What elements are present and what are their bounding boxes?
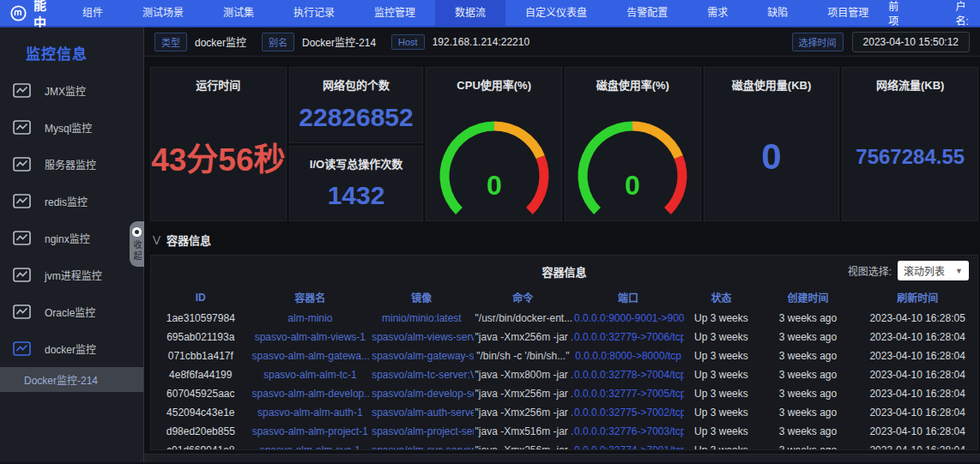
view-select-value: 滚动列表 xyxy=(904,263,945,278)
sidebar-item[interactable]: JMX监控 xyxy=(0,72,143,109)
cell-name: spasvo-alm-alm-develop... xyxy=(251,384,371,403)
column-header: 创建时间 xyxy=(759,286,858,309)
container-panel-title: 容器信息 xyxy=(541,266,586,279)
time-select-badge: 选择时间 xyxy=(792,33,844,51)
nav-item[interactable]: 需求 xyxy=(687,0,747,26)
cell-name: alm-minio xyxy=(251,309,371,328)
cell-refresh: 2023-04-10 16:28:04 xyxy=(857,328,977,346)
sidebar-item[interactable]: Oracle监控 xyxy=(0,293,143,330)
table-row: 071cbb1a417fspasvo-alm-alm-gatewa...spas… xyxy=(151,346,977,365)
cell-status: Up 3 weeks xyxy=(684,365,759,384)
cell-name: spasvo-alm-alm-project-1 xyxy=(251,422,371,441)
cell-created: 3 weeks ago xyxy=(759,384,858,403)
net-packets-title: 网络包的个数 xyxy=(290,68,423,93)
cell-name: spasvo-alm-alm-gatewa... xyxy=(251,346,371,365)
cell-cmd: "/usr/bin/docker-ent..." xyxy=(474,309,573,328)
host-value: 192.168.1.214:22210 xyxy=(433,36,529,48)
chart-icon xyxy=(13,268,31,282)
table-row: 1ae310597984alm-miniominio/minio:latest"… xyxy=(151,309,977,328)
type-badge: 类型 xyxy=(154,33,187,51)
sidebar-item-label: Oracle监控 xyxy=(45,304,95,319)
sidebar-item[interactable]: jvm进程监控 xyxy=(0,256,143,293)
alias-badge: 别名 xyxy=(262,33,294,51)
chart-icon xyxy=(13,231,31,245)
net-traffic-title: 网络流量(KB) xyxy=(843,68,977,93)
chart-icon xyxy=(13,120,31,135)
cell-port: 0.0.0.0:32778->7004/tcp xyxy=(572,365,684,384)
cell-id: d98ed20eb855 xyxy=(151,422,251,441)
sidebar-item[interactable]: 服务器监控 xyxy=(0,146,143,183)
sidebar-item-label: docker监控 xyxy=(45,341,96,356)
container-section-toggle[interactable]: ⋁ 容器信息 xyxy=(144,221,980,251)
cell-id: 452094c43e1e xyxy=(151,403,251,422)
view-select-label: 视图选择: xyxy=(848,263,892,278)
net-packets-card: 网络包的个数 22826852 xyxy=(289,67,424,143)
cell-name: spasvo-alm-alm-views-1 xyxy=(251,328,371,346)
sidebar-item-label: JMX监控 xyxy=(45,83,86,98)
time-picker-input[interactable]: 2023-04-10 15:50:12 xyxy=(852,32,970,52)
chart-icon xyxy=(13,341,31,356)
net-traffic-value: 7567284.55 xyxy=(856,145,965,169)
column-header: 端口 xyxy=(572,286,684,309)
cell-status: Up 3 weeks xyxy=(684,441,759,450)
sidebar: 监控信息 JMX监控 Mysql监控 服务器监控 redis监控 nginx监控 xyxy=(0,27,144,462)
sidebar-item[interactable]: docker监控 xyxy=(0,330,143,367)
nav-item[interactable]: 自定义仪表盘 xyxy=(505,0,607,26)
cell-port: 0.0.0.0:32775->7002/tcp xyxy=(572,403,684,422)
main-content: 类型 docker监控 别名 Docker监控-214 Host 192.168… xyxy=(144,27,980,462)
sidebar-item-label: nginx监控 xyxy=(45,231,90,245)
cell-status: Up 3 weeks xyxy=(684,328,759,346)
container-section-title: 容器信息 xyxy=(166,232,211,248)
cell-refresh: 2023-04-10 16:28:04 xyxy=(857,441,977,450)
table-row: 4e8f6fa44199spasvo-alm-alm-tc-1spasvo/al… xyxy=(151,365,977,384)
cell-created: 3 weeks ago xyxy=(759,309,858,328)
cell-port: 0.0.0.0:32774->7001/tcp xyxy=(572,441,684,450)
cpu-gauge-title: CPU使用率(%) xyxy=(426,68,561,93)
io-ops-value: 1432 xyxy=(328,181,385,210)
view-select-dropdown[interactable]: 滚动列表 ▼ xyxy=(898,261,969,280)
sidebar-item[interactable]: redis监控 xyxy=(0,183,143,220)
cpu-gauge-card: CPU使用率(%) 0 xyxy=(426,67,562,221)
nav-item[interactable]: 测试集 xyxy=(203,0,274,26)
cell-status: Up 3 weeks xyxy=(684,422,759,441)
collapse-label: 收起 xyxy=(130,240,143,262)
cell-status: Up 3 weeks xyxy=(684,403,759,422)
cell-name: spasvo-alm-alm-tc-1 xyxy=(251,365,371,384)
cell-img: spasvo/alm-project-serv... xyxy=(370,422,473,441)
chart-icon xyxy=(13,304,31,319)
nav-item[interactable]: 测试场景 xyxy=(123,0,203,26)
cell-name: spasvo-alm-alm-svc-1 xyxy=(251,441,371,450)
container-table-head-row: ID容器名镜像命令端口状态创建时间刷新时间 xyxy=(151,286,977,309)
cell-created: 3 weeks ago xyxy=(759,328,858,346)
chart-icon xyxy=(13,194,31,208)
nav-item[interactable]: 组件 xyxy=(63,0,123,26)
nav-item[interactable]: 数据流 xyxy=(435,0,505,26)
table-row: d98ed20eb855spasvo-alm-alm-project-1spas… xyxy=(151,422,977,441)
disk-usage-title: 磁盘使用量(KB) xyxy=(705,68,839,93)
cell-created: 3 weeks ago xyxy=(759,403,858,422)
uptime-card: 运行时间 43分56秒 xyxy=(150,67,287,221)
nav-item[interactable]: 缺陷 xyxy=(747,0,808,26)
top-navbar: 性能中心 组件测试场景测试集执行记录监控管理数据流自定义仪表盘告警配置需求缺陷项… xyxy=(0,0,980,27)
cell-cmd: "java -Xmx800m -jar ..." xyxy=(474,365,573,384)
cell-refresh: 2023-04-10 16:28:04 xyxy=(857,422,977,441)
brand-icon xyxy=(10,5,27,21)
nav-item[interactable]: 项目管理 xyxy=(808,0,888,26)
cell-cmd: "java -Xmx256m -jar ..." xyxy=(474,328,573,346)
sidebar-collapse-button[interactable]: 收起 xyxy=(130,221,144,267)
nav-item[interactable]: 执行记录 xyxy=(274,0,354,26)
bottom-scrollbar-track[interactable] xyxy=(144,454,980,462)
cell-id: 071cbb1a417f xyxy=(151,346,251,365)
cell-img: spasvo/alm-svc-server:V... xyxy=(370,441,473,450)
nav-item[interactable]: 告警配置 xyxy=(607,0,687,26)
cell-id: 4e8f6fa44199 xyxy=(151,365,251,384)
sidebar-subitem[interactable]: Docker监控-214 xyxy=(0,367,143,392)
sidebar-item[interactable]: nginx监控 xyxy=(0,220,143,256)
cell-refresh: 2023-04-10 16:28:05 xyxy=(857,309,977,328)
cell-refresh: 2023-04-10 16:28:04 xyxy=(857,346,977,365)
nav-item[interactable]: 监控管理 xyxy=(354,0,435,26)
sidebar-item[interactable]: Mysql监控 xyxy=(0,109,143,146)
uptime-title: 运行时间 xyxy=(151,68,286,93)
cell-refresh: 2023-04-10 16:28:04 xyxy=(857,384,977,403)
chart-icon xyxy=(13,83,31,98)
